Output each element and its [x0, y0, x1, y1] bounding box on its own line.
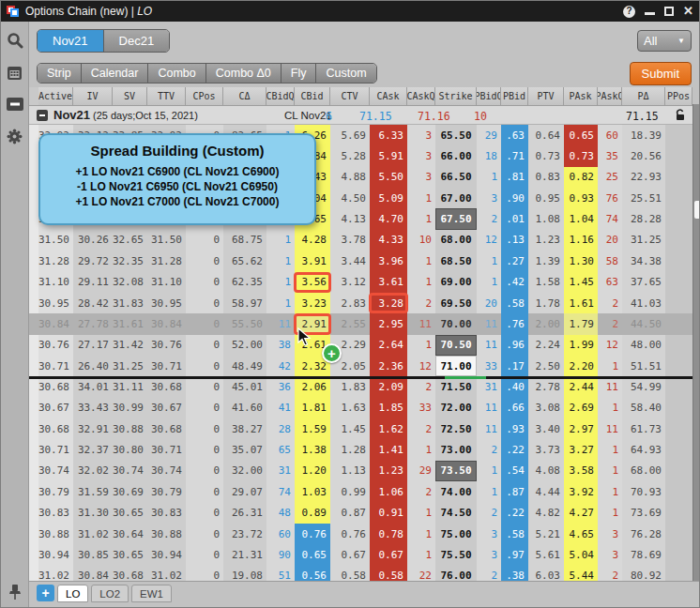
cell-caskq[interactable]: 22 [407, 566, 435, 581]
cell-caskq[interactable]: 12 [407, 356, 435, 376]
column-header-pbid[interactable]: PBid [501, 87, 528, 106]
cell-cbidq[interactable]: 1 [266, 272, 295, 293]
cell-pbidq[interactable]: 11 [477, 418, 501, 439]
column-header-cdelta[interactable]: CΔ [223, 87, 266, 106]
cell-cask[interactable]: 3.61 [370, 272, 407, 293]
cell-pbid[interactable]: .81 [501, 167, 528, 188]
column-header-pbidq[interactable]: PBidQ [477, 87, 501, 106]
cell-cbidq[interactable]: 1 [266, 293, 295, 313]
cell-pask[interactable]: 0.73 [564, 145, 598, 166]
table-row-strike-74.00[interactable]: 30.7931.5930.6930.79029.07741.030.991.06… [29, 481, 692, 502]
cell-pbidq[interactable]: 11 [477, 335, 501, 356]
cell-paskq[interactable]: 76 [598, 188, 622, 208]
cell-paskq[interactable]: 2 [598, 313, 622, 334]
cell-caskq[interactable]: 1 [407, 188, 435, 208]
cell-caskq[interactable]: 1 [407, 335, 435, 356]
cell-paskq[interactable]: 74 [598, 208, 622, 229]
cell-cask[interactable]: 0.91 [370, 502, 407, 523]
cell-pask[interactable]: 1.61 [564, 293, 598, 313]
cell-cask[interactable]: 3.96 [370, 251, 407, 271]
cell-pbidq[interactable]: 33 [477, 356, 501, 376]
cell-cask[interactable]: 1.85 [370, 398, 407, 418]
strategy-button-combo[interactable]: Combo [148, 64, 205, 83]
table-row-strike-76.00[interactable]: 31.0230.8430.6831.02019.08510.560.580.58… [29, 566, 692, 581]
cell-pask[interactable]: 2.97 [564, 418, 598, 439]
cell-cbid[interactable]: 4.28 [295, 230, 330, 251]
cell-caskq[interactable]: 33 [407, 398, 435, 418]
cell-cbidq[interactable]: 38 [266, 335, 295, 356]
cell-pask[interactable]: 5.44 [564, 566, 598, 581]
cell-pbidq[interactable]: 18 [477, 145, 501, 166]
table-row-strike-68.50[interactable]: 31.2829.7232.3531.28065.6213.913.443.961… [29, 251, 692, 271]
cell-pbidq[interactable]: 1 [477, 272, 501, 293]
filter-dropdown[interactable]: All ▼ [637, 30, 692, 52]
scrollbar-thumb[interactable] [694, 201, 700, 219]
cell-pbid[interactable]: .71 [501, 145, 528, 166]
column-header-ptv[interactable]: PTV [528, 87, 564, 106]
cell-paskq[interactable]: 1 [598, 461, 622, 481]
cell-cbid[interactable]: 1.81 [295, 398, 330, 418]
cell-cbid[interactable]: 2.61+ [295, 335, 330, 356]
table-row-strike-71.00[interactable]: 30.7126.4031.2530.71048.49422.322.052.36… [29, 356, 692, 376]
table-row-strike-70.00[interactable]: 30.8427.7831.6130.84055.50112.912.552.95… [29, 313, 692, 334]
cell-paskq[interactable]: 20 [598, 230, 622, 251]
cell-paskq[interactable]: 1 [598, 398, 622, 418]
cell-cbid[interactable]: 3.56 [295, 272, 330, 293]
cell-cbidq[interactable]: 1 [266, 230, 295, 251]
strategy-button-combo-0[interactable]: Combo Δ0 [206, 64, 282, 83]
cell-cask[interactable]: 3.28 [370, 293, 407, 313]
tab-nov21[interactable]: Nov21 [38, 30, 104, 52]
cell-pask[interactable]: 1.45 [564, 272, 598, 293]
cell-cbid[interactable]: 2.06 [295, 376, 330, 397]
cell-pbid[interactable]: .90 [501, 188, 528, 208]
cell-pbidq[interactable]: 3 [477, 188, 501, 208]
cell-cbidq[interactable]: 51 [266, 566, 295, 581]
cell-cask[interactable]: 5.50 [370, 167, 407, 188]
collapse-all-icon[interactable] [6, 95, 24, 114]
cell-paskq[interactable]: 2 [598, 566, 622, 581]
cell-paskq[interactable]: 3 [598, 544, 622, 565]
help-icon[interactable]: ? [623, 6, 635, 18]
cell-pask[interactable]: 1.99 [564, 335, 598, 356]
cell-paskq[interactable]: 1 [598, 502, 622, 523]
calendar-icon[interactable] [6, 63, 24, 82]
cell-pbid[interactable]: .58 [501, 293, 528, 313]
table-row-strike-69.50[interactable]: 30.9528.4231.8330.95058.9713.232.833.282… [29, 293, 692, 313]
cell-cbidq[interactable]: 65 [266, 439, 295, 460]
cell-caskq[interactable]: 10 [407, 230, 435, 251]
cell-pbidq[interactable]: 3 [477, 544, 501, 565]
cell-cbidq[interactable]: 41 [266, 398, 295, 418]
cell-paskq[interactable]: 35 [598, 145, 622, 166]
cell-pbidq[interactable]: 31 [477, 376, 501, 397]
strategy-button-custom[interactable]: Custom [316, 64, 375, 83]
cell-cbid[interactable]: 3.23 [295, 293, 330, 313]
cell-pbidq[interactable]: 11 [477, 313, 501, 334]
column-header-cbid[interactable]: CBid [295, 87, 330, 106]
cell-pbidq[interactable]: 1 [477, 251, 501, 271]
cell-cbidq[interactable]: 42 [266, 356, 295, 376]
cell-caskq[interactable]: 2 [407, 293, 435, 313]
table-row-strike-68.00[interactable]: 31.5030.2632.6531.50068.7514.283.784.331… [29, 230, 692, 251]
cell-pbidq[interactable]: 29 [477, 125, 501, 145]
cell-pask[interactable]: 3.92 [564, 481, 598, 502]
underlying-ask[interactable]: 71.16 [418, 110, 450, 123]
table-row-strike-72.00[interactable]: 30.6733.4330.9930.67041.60411.811.631.85… [29, 398, 692, 418]
cell-cask[interactable]: 5.09 [370, 188, 407, 208]
cell-pask[interactable]: 3.58 [564, 461, 598, 481]
cell-cbid[interactable]: 1.59 [295, 418, 330, 439]
cell-cask[interactable]: 4.70 [370, 208, 407, 229]
minimize-icon[interactable] [645, 8, 655, 15]
cell-cbid[interactable]: 2.91 [295, 313, 330, 334]
cell-pbidq[interactable]: 1 [477, 481, 501, 502]
cell-pask[interactable]: 3.27 [564, 439, 598, 460]
collapse-group-icon[interactable] [37, 110, 48, 121]
cell-cask[interactable]: 4.33 [370, 230, 407, 251]
cell-paskq[interactable]: 1 [598, 356, 622, 376]
close-icon[interactable]: ✕ [683, 6, 693, 17]
cell-pbid[interactable]: .76 [501, 313, 528, 334]
cell-pbid[interactable]: .96 [501, 335, 528, 356]
cell-cask[interactable]: 0.67 [370, 544, 407, 565]
cell-caskq[interactable]: 2 [407, 376, 435, 397]
cell-cask[interactable]: 1.23 [370, 461, 407, 481]
cell-pbid[interactable]: .17 [501, 356, 528, 376]
